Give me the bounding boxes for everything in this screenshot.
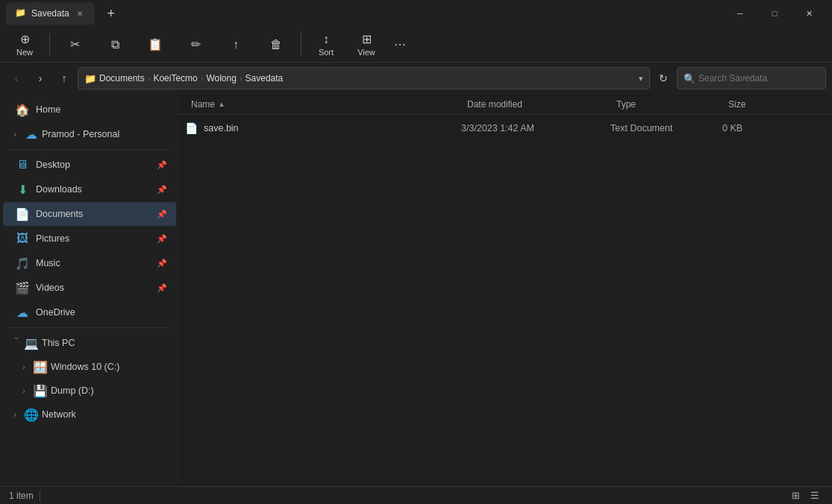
breadcrumb-documents[interactable]: Documents	[99, 73, 145, 84]
item-count: 1 item	[9, 491, 34, 501]
file-icon: 📄	[185, 122, 198, 134]
forward-button[interactable]: ›	[30, 68, 51, 89]
col-header-type[interactable]: Type	[610, 94, 722, 114]
breadcrumb-wolong[interactable]: Wolong	[206, 73, 236, 84]
col-date-label: Date modified	[467, 99, 522, 110]
sidebar: 🏠 Home › ☁ Pramod - Personal 🖥 Desktop 📌…	[0, 94, 179, 486]
sidebar-item-thispc[interactable]: › 💻 This PC	[0, 331, 179, 355]
pictures-pin-icon: 📌	[157, 234, 167, 244]
main-content: 🏠 Home › ☁ Pramod - Personal 🖥 Desktop 📌…	[0, 94, 832, 486]
sidebar-item-downloads[interactable]: ⬇ Downloads 📌	[3, 177, 176, 201]
home-icon: 🏠	[15, 103, 30, 117]
close-button[interactable]: ✕	[792, 0, 826, 27]
downloads-icon: ⬇	[15, 183, 30, 197]
col-size-label: Size	[728, 99, 745, 110]
tab-folder-icon: 📁	[15, 7, 27, 19]
up-button[interactable]: ↑	[54, 68, 75, 89]
search-input[interactable]	[698, 73, 819, 84]
documents-pin-icon: 📌	[157, 210, 167, 219]
minimize-button[interactable]: ─	[723, 0, 757, 27]
status-separator	[40, 491, 40, 501]
sidebar-downloads-label: Downloads	[36, 184, 151, 195]
music-pin-icon: 📌	[157, 259, 167, 268]
address-bar[interactable]: 📁 Documents › KoeiTecmo › Wolong › Saved…	[78, 67, 650, 89]
breadcrumb-savedata[interactable]: Savedata	[245, 73, 284, 84]
view-icon: ⊞	[362, 32, 372, 46]
music-icon: 🎵	[15, 256, 30, 271]
sidebar-onedrive-label: OneDrive	[36, 307, 167, 318]
sidebar-item-windows-c[interactable]: › 🪟 Windows 10 (C:)	[0, 355, 179, 379]
file-type: Text Document	[610, 123, 672, 133]
view-button[interactable]: ⊞ View	[348, 30, 385, 60]
title-bar-left: 📁 Savedata ✕ +	[6, 2, 723, 25]
sort-button[interactable]: ↕ Sort	[307, 30, 345, 60]
active-tab[interactable]: 📁 Savedata ✕	[6, 2, 95, 25]
thispc-icon: 💻	[24, 336, 39, 350]
sidebar-item-dump-d[interactable]: › 💾 Dump (D:)	[0, 379, 179, 403]
search-bar[interactable]: 🔍	[677, 67, 826, 89]
list-view-button[interactable]: ☰	[807, 488, 823, 504]
sidebar-item-onedrive[interactable]: ☁ OneDrive	[3, 300, 176, 324]
sidebar-item-pramod[interactable]: › ☁ Pramod - Personal	[0, 122, 179, 146]
dump-expand-icon: ›	[18, 385, 30, 397]
windows-icon: 🪟	[33, 360, 48, 374]
breadcrumb-koeitecmo[interactable]: KoeiTecmo	[153, 73, 197, 84]
new-tab-button[interactable]: +	[101, 3, 122, 24]
back-button[interactable]: ‹	[6, 68, 27, 89]
sidebar-pictures-label: Pictures	[36, 233, 151, 244]
table-row[interactable]: 📄 save.bin 3/3/2023 1:42 AM Text Documen…	[179, 118, 832, 139]
rename-button[interactable]: ✏	[177, 30, 214, 60]
col-header-size[interactable]: Size	[722, 94, 797, 114]
tab-label: Savedata	[31, 8, 69, 19]
col-header-name[interactable]: Name ▲	[185, 94, 461, 114]
windows-expand-icon: ›	[18, 361, 30, 373]
status-bar: 1 item ⊞ ☰	[0, 486, 832, 504]
more-options-button[interactable]: ⋯	[388, 33, 412, 57]
file-name-cell: 📄 save.bin	[185, 122, 461, 134]
tab-close-button[interactable]: ✕	[74, 7, 86, 19]
address-expand-icon[interactable]: ▾	[639, 74, 643, 84]
file-list-header: Name ▲ Date modified Type Size	[179, 94, 832, 115]
view-toggles: ⊞ ☰	[787, 488, 823, 504]
view-label: View	[357, 48, 375, 57]
sidebar-item-pictures[interactable]: 🖼 Pictures 📌	[3, 227, 176, 251]
breadcrumb: Documents › KoeiTecmo › Wolong › Savedat…	[99, 73, 636, 84]
sidebar-dump-label: Dump (D:)	[51, 385, 170, 396]
sidebar-documents-label: Documents	[36, 209, 151, 219]
sidebar-item-home[interactable]: 🏠 Home	[3, 98, 176, 122]
sidebar-pramod-label: Pramod - Personal	[42, 129, 170, 139]
sidebar-network-label: Network	[42, 409, 170, 420]
sort-label: Sort	[319, 48, 334, 57]
sidebar-item-desktop[interactable]: 🖥 Desktop 📌	[3, 153, 176, 177]
copy-button[interactable]: ⧉	[96, 30, 134, 60]
col-name-label: Name	[191, 99, 215, 110]
share-button[interactable]: ↑	[217, 30, 254, 60]
grid-view-button[interactable]: ⊞	[787, 488, 804, 504]
downloads-pin-icon: 📌	[157, 185, 167, 195]
pramod-cloud-icon: ☁	[24, 127, 39, 142]
file-type-cell: Text Document	[610, 123, 722, 133]
sidebar-desktop-label: Desktop	[36, 160, 151, 170]
sidebar-item-videos[interactable]: 🎬 Videos 📌	[3, 276, 176, 300]
col-header-date[interactable]: Date modified	[461, 94, 610, 114]
sidebar-windows-label: Windows 10 (C:)	[51, 362, 170, 372]
sidebar-item-music[interactable]: 🎵 Music 📌	[3, 251, 176, 275]
network-icon: 🌐	[24, 408, 39, 422]
documents-icon: 📄	[15, 207, 30, 221]
search-icon: 🔍	[684, 73, 695, 84]
sidebar-item-documents[interactable]: 📄 Documents 📌	[3, 202, 176, 226]
folder-icon: 📁	[84, 73, 96, 84]
desktop-pin-icon: 📌	[157, 160, 167, 170]
sort-icon: ↕	[323, 33, 329, 46]
new-button[interactable]: ⊕ New	[6, 30, 43, 60]
delete-button[interactable]: 🗑	[257, 30, 295, 60]
refresh-button[interactable]: ↻	[653, 68, 674, 89]
onedrive-icon: ☁	[15, 306, 30, 320]
cut-button[interactable]: ✂	[56, 30, 93, 60]
thispc-expand-icon: ›	[9, 337, 21, 349]
videos-icon: 🎬	[15, 281, 30, 295]
maximize-button[interactable]: □	[757, 0, 792, 27]
pramod-expand-icon: ›	[9, 128, 21, 140]
sidebar-item-network[interactable]: › 🌐 Network	[0, 403, 179, 426]
paste-button[interactable]: 📋	[137, 30, 174, 60]
